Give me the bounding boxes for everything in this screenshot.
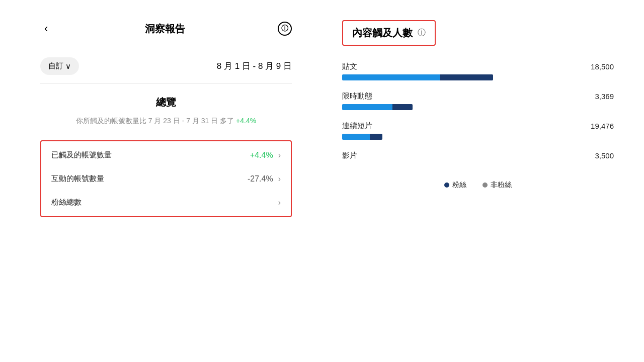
chart-item-header-reels: 連續短片 19,476 (342, 121, 614, 131)
bar-dark-stories (392, 104, 413, 110)
legend-nonfans: 非粉絲 (482, 180, 512, 190)
stat-row-accounts-engaged: 互動的帳號數量 -27.4% › (51, 174, 281, 184)
legend-dot-nonfans (482, 183, 488, 188)
legend-fans: 粉絲 (444, 180, 466, 190)
left-panel: ‹ 洞察報告 ⓘ 自訂 ∨ 8 月 1 日 - 8 月 9 日 總覽 你所觸及的… (0, 0, 322, 362)
chart-item-header-video: 影片 3,500 (342, 151, 614, 160)
positive-percent: +4.4% (236, 117, 256, 125)
bar-track-stories (342, 104, 493, 110)
stat-label-accounts-engaged: 互動的帳號數量 (51, 174, 104, 184)
bar-blue-stories (342, 104, 392, 110)
chart-item-stories: 限時動態 3,369 (342, 92, 614, 110)
filter-row: 自訂 ∨ 8 月 1 日 - 8 月 9 日 (40, 57, 292, 75)
chart-item-video: 影片 3,500 (342, 151, 614, 160)
right-panel: 內容觸及人數 ⓘ 貼文 18,500 限時動態 3,369 (322, 0, 644, 362)
reach-title: 內容觸及人數 (352, 26, 413, 40)
page-title: 洞察報告 (145, 22, 185, 36)
chart-value-reels: 19,476 (591, 122, 614, 130)
bar-track-reels (342, 134, 493, 140)
stat-value-accounts-reached: +4.4% (250, 151, 273, 160)
divider (40, 83, 292, 83)
header: ‹ 洞察報告 ⓘ (40, 20, 292, 42)
stat-label-accounts-reached: 已觸及的帳號數量 (51, 150, 112, 160)
bar-dark-reels (370, 134, 382, 140)
chart-item-posts: 貼文 18,500 (342, 62, 614, 80)
reach-header: 內容觸及人數 ⓘ (342, 20, 436, 46)
stat-value-accounts-engaged: -27.4% (248, 174, 273, 184)
chart-label-stories: 限時動態 (342, 92, 372, 101)
chart-label-posts: 貼文 (342, 62, 357, 71)
legend-label-fans: 粉絲 (452, 180, 466, 190)
chevron-right-icon-3[interactable]: › (278, 198, 281, 207)
chart-label-video: 影片 (342, 151, 357, 160)
bar-track-posts (342, 74, 493, 80)
bar-blue-reels (342, 134, 370, 140)
chart-item-reels: 連續短片 19,476 (342, 121, 614, 140)
app-container: ‹ 洞察報告 ⓘ 自訂 ∨ 8 月 1 日 - 8 月 9 日 總覽 你所觸及的… (0, 0, 644, 362)
bar-blue-posts (342, 74, 440, 80)
date-range: 8 月 1 日 - 8 月 9 日 (217, 60, 292, 72)
header-info-icon[interactable]: ⓘ (278, 22, 292, 36)
chart-label-reels: 連續短片 (342, 121, 372, 131)
overview-title: 總覽 (40, 96, 292, 109)
legend-label-nonfans: 非粉絲 (491, 180, 512, 190)
chevron-right-icon-1[interactable]: › (278, 151, 281, 160)
chart-section: 貼文 18,500 限時動態 3,369 (342, 62, 614, 160)
chevron-down-icon: ∨ (65, 62, 71, 71)
stat-row-accounts-reached: 已觸及的帳號數量 +4.4% › (51, 150, 281, 160)
stat-row-followers: 粉絲總數 › (51, 198, 281, 207)
back-button[interactable]: ‹ (40, 20, 52, 37)
chart-value-video: 3,500 (595, 151, 614, 160)
overview-subtitle: 你所觸及的帳號數量比 7 月 23 日 - 7 月 31 日 多了 +4.4% (40, 115, 292, 126)
custom-label: 自訂 (48, 61, 63, 71)
bar-dark-posts (440, 74, 493, 80)
stats-box: 已觸及的帳號數量 +4.4% › 互動的帳號數量 -27.4% › 粉絲總數 › (40, 140, 292, 217)
legend-dot-fans (444, 183, 449, 188)
chart-legend: 粉絲 非粉絲 (342, 180, 614, 190)
stat-right-1: +4.4% › (250, 151, 281, 160)
chart-item-header-stories: 限時動態 3,369 (342, 92, 614, 101)
reach-info-icon[interactable]: ⓘ (418, 28, 426, 38)
chart-item-header-posts: 貼文 18,500 (342, 62, 614, 71)
custom-filter-button[interactable]: 自訂 ∨ (40, 57, 79, 75)
stat-label-followers: 粉絲總數 (51, 198, 82, 207)
chart-value-posts: 18,500 (591, 62, 614, 71)
chevron-right-icon-2[interactable]: › (278, 174, 281, 184)
stat-right-2: -27.4% › (248, 174, 281, 184)
stat-right-3: › (278, 198, 281, 207)
chart-value-stories: 3,369 (595, 92, 614, 101)
